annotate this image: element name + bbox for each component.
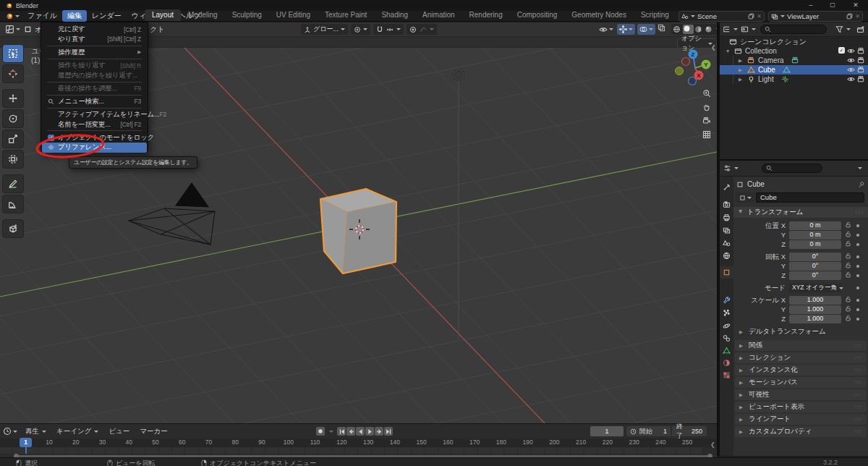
tab-shading[interactable]: Shading (374, 9, 415, 21)
transform-value-field[interactable]: 0 m (789, 240, 841, 249)
shading-rendered-icon[interactable] (705, 25, 714, 33)
object-visibility-dropdown[interactable] (597, 24, 615, 35)
properties-tab-material[interactable] (720, 357, 733, 369)
play-icon[interactable] (365, 427, 374, 436)
sidebar-collapse-arrow[interactable]: ❮ (711, 44, 716, 51)
play-reverse-icon[interactable] (356, 427, 365, 436)
shading-material-icon[interactable] (694, 25, 704, 33)
subpanel-delta-transform[interactable]: ▶デルタトランスフォーム (739, 327, 826, 336)
new-viewlayer-icon[interactable] (846, 13, 853, 20)
navigation-gizmo[interactable]: Z Y X (673, 46, 717, 90)
unlink-scene-icon[interactable]: ✕ (757, 13, 762, 20)
disable-render-camera-icon[interactable] (857, 75, 865, 83)
remove-viewlayer-icon[interactable]: ✕ (855, 13, 860, 20)
hide-viewport-eye-icon[interactable] (847, 56, 855, 64)
new-collection-icon[interactable] (856, 25, 865, 34)
tool-select-box[interactable] (2, 44, 24, 63)
viewlayer-selector[interactable]: ViewLayer ✕ (768, 11, 863, 22)
overlays-toggle[interactable] (637, 24, 655, 35)
jump-end-icon[interactable] (384, 427, 393, 436)
zoom-icon[interactable] (700, 87, 712, 99)
tab-animation[interactable]: Animation (415, 9, 461, 21)
animate-dot[interactable] (856, 274, 859, 277)
animate-dot[interactable] (856, 265, 859, 268)
proportional-icon[interactable] (409, 26, 417, 33)
outliner-row-collection[interactable]: ▼Collection✓ (720, 46, 868, 56)
frame-range-start[interactable]: 開始 1 (626, 426, 671, 436)
outliner-row-camera[interactable]: ▶Camera (720, 56, 868, 65)
pin-icon[interactable] (858, 181, 865, 188)
tab-compositing[interactable]: Compositing (510, 9, 565, 21)
scene-selector[interactable]: Scene ✕ (678, 11, 765, 22)
playhead[interactable]: 1 (20, 438, 32, 447)
animate-dot[interactable] (856, 299, 859, 302)
disclosure-icon[interactable]: ▶ (739, 58, 744, 64)
lock-icon[interactable] (845, 296, 851, 302)
jump-start-icon[interactable] (337, 427, 346, 436)
properties-tab-tool[interactable] (720, 181, 733, 193)
properties-tab-view-layer[interactable] (720, 224, 733, 237)
panel-コレクション[interactable]: ▶コレクション∷∷ (735, 352, 867, 363)
tool-cursor[interactable] (2, 64, 24, 83)
animate-dot[interactable] (856, 308, 859, 311)
properties-tab-scene[interactable] (720, 237, 733, 250)
hide-viewport-eye-icon[interactable] (847, 47, 855, 55)
filter-funnel-icon[interactable] (835, 25, 843, 33)
tool-move[interactable] (2, 89, 24, 108)
disable-render-camera-icon[interactable] (857, 47, 865, 55)
viewlayer-name[interactable]: ViewLayer (787, 12, 844, 20)
timeline-menu-キーイング[interactable]: キーイング (51, 426, 103, 437)
minimize-button[interactable]: – (800, 0, 822, 11)
tab-scripting[interactable]: Scripting (634, 9, 676, 21)
properties-tab-texture[interactable] (720, 369, 733, 381)
blender-menu-icon[interactable] (5, 12, 13, 20)
pan-hand-icon[interactable] (700, 101, 712, 113)
transform-panel-header[interactable]: ▶トランスフォーム∷∷ (733, 207, 868, 218)
animate-dot[interactable] (856, 224, 859, 227)
tab-layout[interactable]: Layout (145, 9, 181, 21)
disclosure-icon[interactable]: ▶ (739, 77, 744, 82)
animate-dot[interactable] (856, 234, 859, 237)
orthographic-icon[interactable] (700, 128, 712, 140)
tool-scale[interactable] (2, 130, 24, 148)
properties-search-input[interactable] (762, 164, 822, 173)
maximize-button[interactable]: ▢ (822, 0, 843, 11)
proportional-edit-controls[interactable] (407, 24, 437, 35)
tool-annotate[interactable] (2, 174, 24, 193)
hide-viewport-eye-icon[interactable] (847, 75, 855, 83)
tab-uv-editing[interactable]: UV Editing (269, 9, 318, 21)
lock-icon[interactable] (845, 253, 851, 259)
cube-object[interactable] (320, 189, 396, 274)
tool-transform[interactable] (2, 150, 24, 169)
properties-tab-object[interactable] (720, 266, 733, 279)
tool-rotate[interactable] (2, 109, 24, 128)
lock-icon[interactable] (845, 271, 851, 278)
lock-icon[interactable] (845, 221, 851, 228)
frame-range-end[interactable]: 終了 250 (672, 426, 707, 436)
properties-tab-physics[interactable] (720, 320, 733, 332)
rotation-mode-dropdown[interactable]: XYZ オイラー角 (789, 284, 841, 292)
object-menu-fragment[interactable]: クト (150, 25, 164, 35)
timeline-track[interactable] (0, 447, 702, 454)
transform-value-field[interactable]: 1.000 (789, 315, 841, 323)
editor-type-icon[interactable] (5, 25, 14, 34)
timeline-menu-ビュー[interactable]: ビュー (103, 426, 135, 437)
timeline-menu-再生[interactable]: 再生 (20, 426, 51, 437)
timeline-menu-マーカー[interactable]: マーカー (135, 426, 172, 437)
lock-icon[interactable] (845, 231, 851, 237)
tab-rendering[interactable]: Rendering (462, 9, 510, 21)
lock-icon[interactable] (845, 262, 851, 268)
properties-tab-particles[interactable] (720, 307, 733, 319)
hide-viewport-eye-icon[interactable] (847, 66, 855, 74)
outliner-row-scene-collection[interactable]: シーンコレクション (720, 37, 868, 46)
timeline-editor-icon[interactable] (3, 427, 12, 436)
lock-icon[interactable] (845, 240, 851, 247)
xray-toggle[interactable] (658, 24, 669, 35)
disclosure-icon[interactable]: ▶ (739, 67, 744, 73)
timeline-ruler[interactable]: 1102030405060708090100110120130140150160… (0, 439, 717, 447)
panel-ラインアート[interactable]: ▶ラインアート∷∷ (735, 414, 867, 425)
menu-item-操作を繰り返す[interactable]: 操作を繰り返す[Shift] R (42, 61, 147, 71)
animate-dot[interactable] (856, 318, 859, 321)
tab-modeling[interactable]: Modeling (181, 9, 225, 21)
current-frame-field[interactable]: 1 (590, 426, 624, 436)
